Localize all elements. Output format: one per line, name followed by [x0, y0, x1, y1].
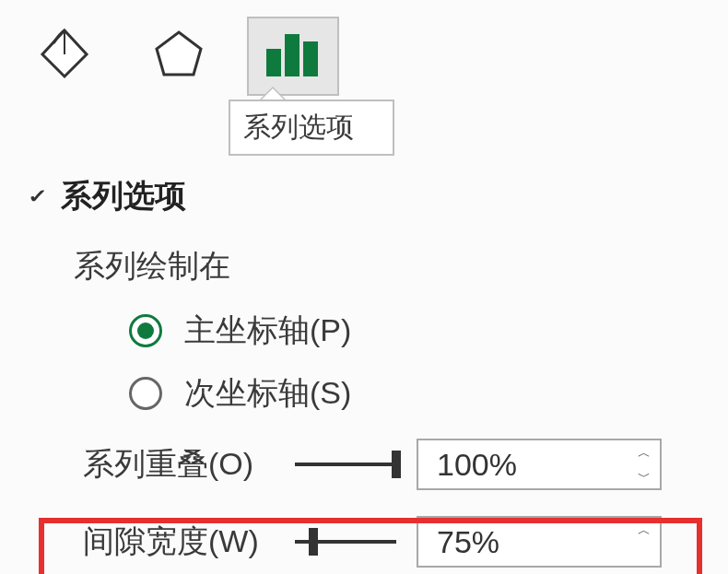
tab-tooltip: 系列选项	[229, 100, 394, 156]
series-overlap-input[interactable]: 100% ︿ ﹀	[417, 439, 662, 490]
radio-secondary-label: 次坐标轴(S)	[184, 372, 351, 415]
svg-marker-1	[157, 32, 201, 75]
svg-rect-4	[303, 41, 318, 76]
spin-up-icon[interactable]: ︿	[638, 446, 651, 459]
section-title: 系列选项	[61, 175, 186, 217]
chevron-down-icon: ✓	[28, 185, 48, 208]
pentagon-icon	[153, 29, 205, 84]
bar-chart-icon	[264, 29, 322, 84]
svg-rect-3	[285, 34, 299, 76]
spin-down-icon[interactable]: ﹀	[638, 470, 651, 483]
gap-width-label: 间隙宽度(W)	[83, 521, 295, 563]
radio-primary-label: 主坐标轴(P)	[184, 310, 351, 352]
svg-rect-2	[266, 49, 281, 76]
radio-icon	[129, 377, 162, 410]
tab-effects[interactable]	[133, 17, 225, 96]
series-overlap-label: 系列重叠(O)	[83, 443, 295, 486]
series-overlap-slider[interactable]	[295, 448, 396, 481]
tooltip-label: 系列选项	[229, 100, 394, 156]
tab-series-options[interactable]	[247, 17, 339, 96]
radio-secondary-axis[interactable]: 次坐标轴(S)	[129, 372, 700, 415]
paint-bucket-icon	[37, 27, 92, 86]
gap-width-value: 75%	[418, 524, 638, 560]
tab-fill-line[interactable]	[18, 17, 111, 96]
gap-width-slider[interactable]	[295, 525, 396, 558]
series-overlap-value: 100%	[418, 447, 638, 483]
radio-icon	[129, 314, 162, 347]
radio-primary-axis[interactable]: 主坐标轴(P)	[129, 310, 700, 352]
section-header[interactable]: ✓ 系列选项	[28, 175, 700, 217]
spin-up-icon[interactable]: ︿	[638, 523, 651, 536]
plot-on-label: 系列绘制在	[74, 245, 700, 287]
gap-width-input[interactable]: 75% ︿ ﹀	[417, 516, 662, 568]
